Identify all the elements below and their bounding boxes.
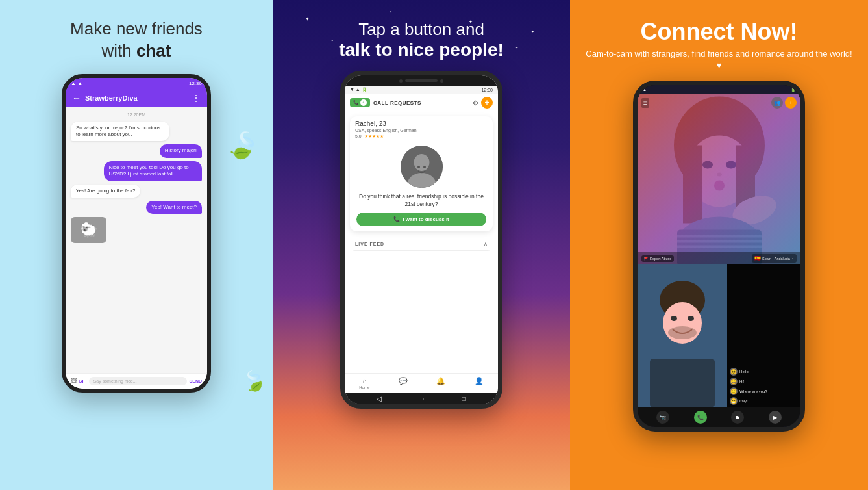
profile-info-block: Rachel, 23 USA, speaks English, German 5…	[355, 120, 417, 139]
svg-point-3	[417, 166, 420, 168]
home-label: Home	[359, 385, 369, 389]
nav-bell[interactable]: 🔔	[436, 377, 445, 389]
msg-text-2: Hi!	[739, 380, 744, 383]
header-icon-group: ⚙ +	[473, 97, 493, 109]
chat-msg-4: 😁 Italy!	[730, 397, 798, 405]
filter-icon[interactable]: ⚙	[473, 99, 478, 107]
msg-text-3: Where are you?	[739, 389, 767, 393]
video-top-controls: ≡ 👥 +	[638, 97, 800, 109]
discuss-label: I want to discuss it	[403, 216, 449, 222]
panel2-heading-line1: Tap a button and	[339, 19, 504, 40]
flag-icon: 🚩	[644, 257, 649, 261]
add-new-icon[interactable]: +	[785, 97, 797, 109]
person-icon: 👤	[475, 377, 484, 385]
image-attach-icon[interactable]: 🖼	[71, 378, 77, 384]
nav-profile[interactable]: 👤	[475, 377, 484, 389]
location-text: Spain - Andalucia	[762, 257, 790, 261]
chat-image-attachment: 🐑	[71, 217, 106, 243]
profile-image-container	[350, 143, 493, 190]
stars-icons: ★★★★★	[364, 134, 384, 138]
home-button[interactable]: ○	[420, 395, 424, 402]
chat-text-input[interactable]: Say something nice...	[89, 377, 187, 385]
back-button[interactable]: ◁	[377, 395, 382, 402]
profile-avatar	[401, 146, 443, 188]
add-button[interactable]: +	[481, 97, 493, 109]
chat-bubble-sent-3: Yep! Want to meet?	[146, 201, 202, 214]
status-battery: 🔋	[791, 88, 795, 92]
recent-button[interactable]: □	[462, 395, 466, 402]
phone2-header: 📞 4 CALL REQUESTS ⚙ +	[345, 94, 498, 112]
back-arrow-icon[interactable]: ←	[72, 93, 81, 103]
report-text: Report Abuse	[650, 257, 671, 261]
msg-avatar-2: 😄	[730, 378, 738, 385]
panel-calls: ✦ ✦ ✦ ✦ ✦ ✦ Tap a button and talk to nic…	[273, 0, 570, 490]
sheep-emoji: 🐑	[71, 217, 106, 243]
svg-point-26	[671, 316, 677, 321]
svg-point-28	[668, 326, 697, 339]
discuss-button[interactable]: 📞 I want to discuss it	[356, 213, 486, 226]
nav-home[interactable]: ⌂ Home	[359, 377, 369, 389]
nav-chat[interactable]: 💬	[399, 377, 408, 389]
video-location-bar: 🚩 Report Abuse 🇪🇸 Spain - Andalucia ♀	[638, 252, 800, 264]
panel3-heading-big: Connect Now!	[583, 18, 855, 45]
msg-text-4: Italy!	[739, 399, 748, 403]
chat-messages-sidebar: 😊 Hello! 😄 Hi! 🙂 Where are you? 😁 Italy!	[727, 264, 800, 407]
phone3-screen: ▲ 🔋	[638, 85, 800, 427]
leaf-decoration-2: 🍃	[240, 367, 269, 395]
more-options-icon[interactable]: ⋮	[192, 93, 201, 103]
call-count: 4	[360, 99, 367, 106]
spain-flag: 🇪🇸	[754, 255, 761, 261]
profile-name: Rachel, 23	[355, 120, 417, 127]
live-feed-panel: LIVE FEED ∧	[350, 238, 493, 251]
notch-dot-1	[399, 79, 403, 83]
hamburger-menu-icon[interactable]: ≡	[641, 98, 649, 108]
camera-btn[interactable]: 📷	[656, 411, 669, 424]
home-icon: ⌂	[362, 377, 367, 385]
call-btn[interactable]: 📞	[694, 411, 707, 424]
add-friends-icon[interactable]: 👥	[771, 97, 783, 109]
profile-card: Rachel, 23 USA, speaks English, German 5…	[350, 116, 493, 231]
panel2-heading-line2: talk to nice people!	[339, 40, 504, 60]
status-time-2: 12:30	[481, 88, 493, 92]
svg-point-4	[423, 166, 426, 168]
star-deco-1: ✦	[305, 16, 310, 22]
live-feed-title: LIVE FEED	[355, 242, 384, 246]
phone2-bottom-bar: ◁ ○ □	[345, 393, 498, 404]
video-feed-top: ≡ 👥 + 🚩 Report Abuse 🇪🇸 Spain - Andaluci…	[638, 94, 800, 264]
report-abuse-badge[interactable]: 🚩 Report Abuse	[641, 255, 674, 262]
chat-input-bar: 🖼 GIF Say something nice... SEND	[66, 373, 207, 389]
call-requests-badge[interactable]: 📞 4	[350, 98, 370, 107]
phone1-screen: ▲ ▲ 12:30 ← StrawberryDiva ⋮ 12:20PM So …	[66, 78, 207, 389]
panel3-heading-small: Cam-to-cam with strangers, find friends …	[583, 48, 855, 71]
panel3-heading: Connect Now! Cam-to-cam with strangers, …	[570, 18, 868, 71]
msg-text-1: Hello!	[739, 370, 749, 374]
profile-question-text: Do you think that a real friendship is p…	[350, 190, 493, 213]
send-button[interactable]: SEND	[190, 379, 202, 383]
phone1-header: ← StrawberryDiva ⋮	[66, 89, 207, 107]
status-time: 12:30	[189, 81, 202, 86]
phone-btn-icon: 📞	[393, 216, 400, 222]
status-icons: ▼ ▲ 🔋	[350, 87, 367, 92]
notch-dot-2	[440, 79, 443, 83]
live-feed-header[interactable]: LIVE FEED ∧	[350, 238, 493, 251]
chat-icon: 💬	[399, 377, 408, 385]
svg-rect-29	[650, 359, 715, 407]
profile-header: Rachel, 23 USA, speaks English, German 5…	[350, 116, 493, 143]
panel1-bold: chat	[136, 41, 171, 60]
chat-msg-3: 🙂 Where are you?	[730, 387, 798, 395]
call-requests-title: CALL REQUESTS	[373, 100, 469, 106]
record-btn[interactable]: ⏺	[731, 411, 744, 424]
panel2-heading: Tap a button and talk to nice people!	[319, 19, 523, 60]
svg-point-1	[414, 154, 429, 171]
chat-timestamp: 12:20PM	[71, 112, 202, 117]
profile-more-icon[interactable]: ⋮	[478, 120, 488, 131]
gif-icon[interactable]: GIF	[79, 379, 86, 383]
panel1-heading: Make new friends with chat	[70, 18, 203, 62]
msg-avatar-4: 😁	[730, 397, 738, 405]
status-signal: ▲ ▲	[71, 81, 82, 86]
next-btn[interactable]: ▶	[769, 411, 782, 424]
chat-msg-1: 😊 Hello!	[730, 368, 798, 376]
chat-bubble-sent-2: Nice to meet you too! Do you go to USYD?…	[104, 161, 203, 181]
bell-icon: 🔔	[436, 377, 445, 385]
phone1-status-bar: ▲ ▲ 12:30	[66, 78, 207, 89]
